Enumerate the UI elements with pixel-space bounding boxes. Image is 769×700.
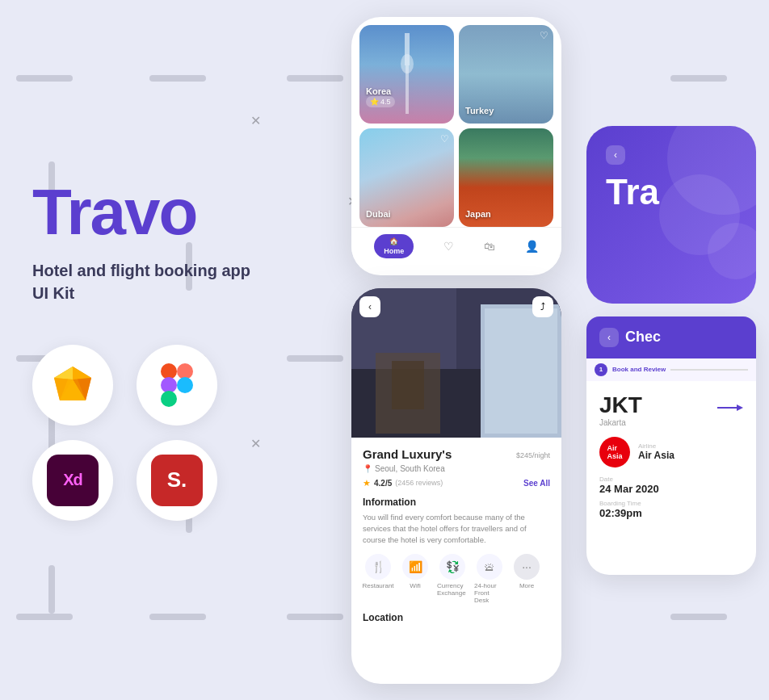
tool-icons-grid: Xd S. — [32, 345, 226, 521]
svg-marker-24 — [737, 404, 743, 411]
amenity-more[interactable]: ··· More — [511, 554, 542, 604]
hotel-location: 📍 Seoul, South Korea — [363, 464, 550, 473]
flight-route: JKT Jakarta — [599, 392, 743, 427]
korea-rating: ⭐4.5 — [366, 96, 395, 107]
amenity-restaurant: 🍴 Restaurant — [363, 554, 393, 604]
reviews-count: (2456 reviews) — [395, 479, 443, 487]
amenity-wifi: 📶 Wifi — [400, 554, 431, 604]
left-section: Travo Hotel and flight booking app UI Ki… — [32, 180, 331, 521]
checkout-back-button[interactable]: ‹ — [599, 328, 619, 347]
airline-info: Airline Air Asia — [638, 442, 674, 461]
turkey-heart: ♡ — [540, 30, 548, 41]
hotel-rating-row: ★ 4.2/5 (2456 reviews) See All — [363, 478, 550, 488]
dubai-label: Dubai — [366, 209, 391, 219]
hotel-price: $245/night — [516, 447, 550, 460]
see-all-link[interactable]: See All — [523, 479, 550, 488]
hotel-detail-phone: ‹ ⤴ Grand Luxury's $245/night 📍 — [351, 288, 561, 684]
boarding-row: Boarding Time 02:39pm — [599, 500, 743, 519]
svg-point-12 — [177, 377, 193, 393]
app-subtitle: Hotel and flight booking app UI Kit — [32, 259, 331, 304]
amenities-row: 🍴 Restaurant 📶 Wifi 💱 Currency Exchange … — [363, 554, 550, 604]
deco-circle-3 — [708, 223, 756, 279]
location-section-title: Location — [363, 612, 550, 623]
svg-rect-22 — [392, 361, 424, 409]
route-arrow-icon — [717, 401, 743, 417]
currency-icon: 💱 — [439, 554, 465, 580]
nav-home[interactable]: 🏠 Home — [374, 234, 414, 258]
svg-rect-11 — [161, 391, 177, 407]
hotel-info: Grand Luxury's $245/night 📍 Seoul, South… — [351, 438, 561, 631]
amenity-currency: 💱 Currency Exchange — [437, 554, 468, 604]
svg-rect-15 — [405, 33, 410, 65]
dubai-dest-card[interactable]: ♡ Dubai — [359, 128, 454, 227]
restaurant-icon: 🍴 — [365, 554, 391, 580]
destinations-phone: Korea ⭐4.5 ♡ Turkey ♡ — [351, 17, 561, 275]
nav-bag[interactable]: 🛍 — [484, 240, 495, 253]
step-progress-line — [670, 369, 748, 371]
airline-row: AirAsia Airline Air Asia — [599, 437, 743, 467]
japan-dest-card[interactable]: Japan — [459, 128, 553, 227]
amenity-frontdesk: 🛎 24-hour Front Desk — [474, 554, 505, 604]
middle-section: Korea ⭐4.5 ♡ Turkey ♡ — [339, 17, 574, 684]
hotel-name: Grand Luxury's — [363, 447, 452, 461]
svg-marker-4 — [54, 367, 73, 379]
korea-label: Korea — [366, 86, 391, 96]
right-top-purple-card: ‹ Tra — [586, 126, 756, 304]
step-1-num: 1 — [595, 363, 607, 376]
figma-tool-icon[interactable] — [137, 345, 217, 425]
nav-heart[interactable]: ♡ — [443, 240, 454, 253]
date-row: Date 24 Mar 2020 — [599, 476, 743, 495]
more-icon: ··· — [514, 554, 540, 580]
star-icon: ★ — [363, 478, 371, 488]
checkout-title: Chec — [625, 329, 661, 346]
sketch-tool-icon[interactable] — [32, 345, 113, 425]
nav-person[interactable]: 👤 — [525, 240, 539, 253]
rating-value: 4.2/5 — [374, 479, 392, 488]
svg-rect-19 — [485, 308, 557, 434]
slides-label: S. — [167, 467, 187, 493]
airline-logo: AirAsia — [599, 437, 630, 467]
slides-tool-icon[interactable]: S. — [137, 440, 217, 521]
location-pin-icon: 📍 — [363, 464, 372, 473]
japan-label: Japan — [465, 209, 491, 219]
progress-bar: 1 Book and Review — [586, 358, 756, 381]
korea-dest-card[interactable]: Korea ⭐4.5 — [359, 25, 454, 124]
destinations-grid: Korea ⭐4.5 ♡ Turkey ♡ — [351, 17, 561, 227]
turkey-label: Turkey — [465, 106, 494, 115]
phone-nav: 🏠 Home ♡ 🛍 👤 — [351, 227, 561, 265]
right-section: ‹ Tra ‹ Chec 1 Book and Review JKT Jaka — [586, 24, 756, 676]
dubai-heart: ♡ — [440, 133, 449, 145]
info-section-title: Information — [363, 497, 550, 508]
svg-marker-3 — [73, 367, 91, 379]
wifi-icon: 📶 — [402, 554, 428, 580]
step-1-label: Book and Review — [612, 366, 666, 373]
checkout-header: ‹ Chec — [586, 316, 756, 358]
hotel-info-text: You will find every comfort because many… — [363, 512, 550, 547]
hotel-share-button[interactable]: ⤴ — [532, 296, 553, 317]
right-back-button[interactable]: ‹ — [606, 145, 625, 165]
app-title: Travo — [32, 180, 331, 245]
origin: JKT Jakarta — [599, 392, 642, 427]
turkey-dest-card[interactable]: ♡ Turkey — [459, 25, 553, 124]
frontdesk-icon: 🛎 — [477, 554, 502, 580]
right-top-title: Tra — [606, 174, 659, 210]
xd-tool-icon[interactable]: Xd — [32, 440, 113, 521]
hotel-image: ‹ ⤴ — [351, 288, 561, 438]
hotel-back-button[interactable]: ‹ — [359, 296, 380, 317]
hotel-header: Grand Luxury's $245/night — [363, 447, 550, 461]
checkout-card: ‹ Chec 1 Book and Review JKT Jakarta — [586, 316, 756, 575]
main-container: Travo Hotel and flight booking app UI Ki… — [0, 0, 769, 700]
